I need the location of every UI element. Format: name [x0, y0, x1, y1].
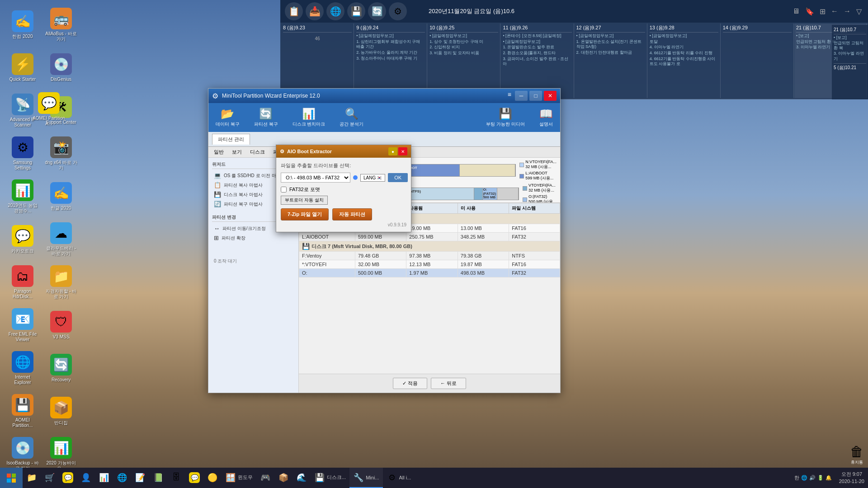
icon-disgenius[interactable]: 💿 DisGenius: [43, 47, 79, 88]
partition-manager-tab[interactable]: 파티션 관리: [212, 134, 250, 145]
icon-recovery[interactable]: 🔄 Recovery: [43, 348, 79, 389]
toolbar-icon-1[interactable]: 📋: [285, 2, 303, 20]
row-o[interactable]: O: 500.00 MB 1.97 MB 498.03 MB FAT32: [299, 269, 560, 277]
taskbar-ie-tb[interactable]: 🌐: [113, 468, 131, 488]
forward-icon[interactable]: →: [842, 7, 853, 16]
icon-dng[interactable]: 📸 dng x64 바로 가기: [43, 133, 79, 174]
icon-bandizip[interactable]: 📦 반디집: [43, 391, 79, 432]
icon-cloudberry[interactable]: ☁ 클라우드베리 - 바로 가기: [43, 219, 79, 260]
cal-day-12: 12 (음)9.27 • [금일예정업무보고] 1. 온열발판손도소 설치(전기…: [575, 23, 647, 98]
row-laioboot[interactable]: L:AIOBOOT 599.00 MB 250.75 MB 348.25 MB …: [299, 233, 560, 241]
aio-lang-btn[interactable]: LANG 🇰🇷: [360, 174, 385, 182]
taskbar-ppt[interactable]: 📊: [95, 468, 113, 488]
aio-auto-btn[interactable]: 자동 파티션: [332, 208, 372, 221]
partition-recovery-icon: 🔄: [259, 108, 273, 120]
bootloader-btn[interactable]: 부트로더 자동 설치: [281, 196, 328, 205]
toolbar-icon-2[interactable]: 📥: [306, 2, 324, 20]
cell-o-fs: FAT32: [509, 269, 560, 277]
aio-ok-btn[interactable]: OK: [388, 173, 408, 182]
paragon-icon: 🗂: [12, 265, 33, 287]
icon-v3mss[interactable]: 🛡 V3 MSS: [43, 305, 79, 346]
toolbar-bootable-media[interactable]: 💾 부팅 가능한 미디어: [482, 106, 528, 129]
taskbar-disk-tb[interactable]: 💾 디스크...: [311, 468, 349, 488]
icon-paragon[interactable]: 🗂 Paragon HdrDisk...: [5, 262, 41, 303]
taskbar-allio-tb[interactable]: ⚙ All i...: [383, 468, 415, 488]
taskbar-excel-tb[interactable]: 📗: [149, 468, 167, 488]
menu-view[interactable]: 보기: [228, 148, 245, 156]
tray-battery-icon[interactable]: 🔋: [817, 475, 824, 481]
monitor-icon[interactable]: 🖥: [791, 7, 802, 16]
taskbar-windows-tb[interactable]: 🪟 윈도우: [222, 468, 256, 488]
taskbar-clock[interactable]: 오전 9:07 2020-11-20: [835, 471, 868, 485]
toolbar-icon-6[interactable]: ⚙: [389, 2, 407, 20]
window-minimize-btn[interactable]: ─: [515, 91, 528, 101]
taskbar-access-tb[interactable]: 🗄: [167, 468, 185, 488]
disk-benchmark-label: 디스크 벤치마크: [292, 121, 326, 127]
taskbar-edge-tb[interactable]: 🌊: [292, 468, 311, 488]
sidebar-expand[interactable]: ⊞ 파티션 확장: [212, 233, 295, 243]
taskbar-talk-tb[interactable]: 💬: [185, 468, 203, 488]
taskbar-word-tb[interactable]: 📝: [131, 468, 149, 488]
expand-icon[interactable]: ▽: [854, 7, 863, 16]
window-close-btn[interactable]: ✕: [544, 91, 557, 101]
tray-notification-icon[interactable]: 🔔: [826, 475, 832, 481]
icon-quickstarter[interactable]: ⚡ Quick Starter: [5, 47, 41, 88]
tray-speaker-icon[interactable]: 🔊: [809, 475, 816, 481]
toolbar-partition-recovery[interactable]: 🔄 파티션 복구: [250, 106, 282, 129]
aio-close-btn[interactable]: ✕: [398, 147, 407, 155]
taskbar-explorer[interactable]: 📁: [23, 468, 41, 488]
row-fventoy[interactable]: F:Ventoy 79.48 GB 97.38 MB 79.38 GB NTFS: [299, 252, 560, 260]
row-vtoyefi[interactable]: *:VTOYEFI 32.00 MB 12.13 MB 19.87 MB FAT…: [299, 260, 560, 269]
icon-custom[interactable]: 📁 자경자원할 - 바로 가기: [43, 262, 79, 303]
taskbar-store[interactable]: 🛒: [41, 468, 59, 488]
icon-hancom[interactable]: ✍ 한컴 2020: [5, 5, 41, 45]
fat32-checkbox[interactable]: [281, 187, 287, 192]
back-icon[interactable]: ←: [829, 7, 840, 16]
taskbar-3d-tb[interactable]: 🎮: [256, 468, 274, 488]
icon-kakao[interactable]: 💬 카카오토크: [5, 219, 41, 260]
back-btn[interactable]: ← 뒤로: [431, 378, 466, 389]
aio-zip-btn[interactable]: 7-Zip 파일 열기: [281, 208, 329, 221]
menu-general[interactable]: 일반: [210, 148, 227, 156]
aio-minimize-btn[interactable]: ●: [388, 147, 397, 155]
taskbar-minitool-tb[interactable]: 🔧 Mini...: [349, 468, 382, 488]
taskbar-person[interactable]: 👤: [77, 468, 95, 488]
icon-ie[interactable]: 🌐 Internet Explorer: [5, 348, 41, 389]
cell-fventoy-free: 79.38 GB: [458, 252, 509, 260]
toolbar-icon-4[interactable]: 💾: [347, 2, 365, 20]
toolbar-data-recovery[interactable]: 📂 데이터 복구: [212, 106, 243, 129]
taskbar-chrome-tb[interactable]: 🟡: [203, 468, 222, 488]
toolbar-icon-5[interactable]: 🔄: [368, 2, 386, 20]
aio-drive-select[interactable]: O:\ - 498.03 MB - FAT32: [281, 173, 350, 183]
taskbar-kakaotalk[interactable]: 💬: [59, 468, 77, 488]
icon-hangl2020[interactable]: ✍ 한글 2020: [43, 176, 79, 217]
cal-day-13-header: 13 (음)9.28: [650, 24, 718, 33]
window-maximize-btn[interactable]: □: [529, 91, 542, 101]
menu-disk[interactable]: 디스크: [246, 148, 269, 156]
dng-label: dng x64 바로 가기: [45, 160, 77, 171]
recycle-bin[interactable]: 🗑 휴지통: [850, 444, 863, 465]
disk7-o-legend: O:(FAT32)500 MB (사용...: [523, 194, 557, 203]
toolbar-manual[interactable]: 📖 설명서: [536, 106, 557, 129]
toolbar-space-analyzer[interactable]: 🔍 공간 분석기: [336, 106, 367, 129]
minimize-icon[interactable]: ≡: [506, 91, 513, 101]
grid-icon[interactable]: ⊞: [818, 7, 827, 16]
tray-network-icon[interactable]: 🌐: [801, 475, 807, 481]
icon-allio[interactable]: 🚌 AllAoBus - 바로 가기: [43, 5, 79, 45]
kakao-icon: 💬: [12, 225, 33, 247]
icon-freeeml[interactable]: 📧 Free EML File Viewer: [5, 305, 41, 346]
toolbar-disk-benchmark[interactable]: 📊 디스크 벤치마크: [289, 106, 329, 129]
start-button[interactable]: [0, 468, 23, 488]
apply-btn[interactable]: ✓ 적용: [393, 378, 427, 389]
toolbar-icon-3[interactable]: 🌐: [326, 2, 344, 20]
icon-talk77124[interactable]: 💬 AOMEI Partition A...: [31, 90, 67, 128]
bookmark-icon[interactable]: 🔖: [803, 7, 816, 16]
person-icon: 👤: [80, 472, 91, 483]
icon-aomei[interactable]: 💾 AOMEI Partition...: [5, 391, 41, 432]
icon-2019[interactable]: 📊 2019연도 농업경영수...: [5, 176, 41, 217]
tray-lang-icon[interactable]: 한: [794, 474, 799, 481]
right-cal-event1: • [보고]: [834, 35, 866, 41]
calendar-nav[interactable]: 🖥 🔖 ⊞ ← → ▽: [791, 7, 863, 16]
taskbar-7zip-tb[interactable]: 📦: [274, 468, 292, 488]
icon-samsung[interactable]: ⚙ Samsung Settings: [5, 133, 41, 174]
